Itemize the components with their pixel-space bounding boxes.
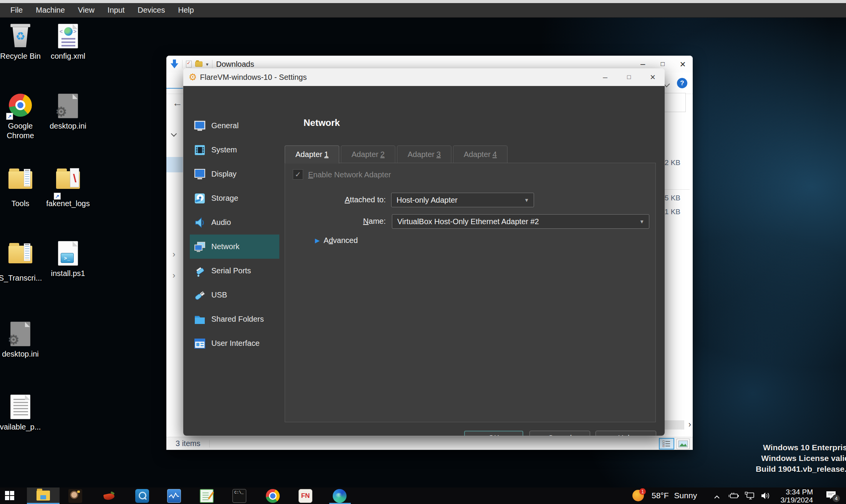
toolbar-accent-line xyxy=(166,88,183,89)
date: 3/19/2024 xyxy=(768,496,813,504)
details-view-button[interactable] xyxy=(659,438,674,449)
sidebar-item-usb[interactable]: USB xyxy=(190,283,279,307)
gear-icon: ⚙ xyxy=(8,332,19,347)
name-label: Name: xyxy=(309,217,386,226)
attached-to-label: Attached to: xyxy=(309,195,386,204)
tray-chevron-up-icon[interactable] xyxy=(714,494,720,501)
taskbar-command-prompt-app[interactable]: C:\_ xyxy=(232,489,246,503)
customize-toolbar-caret-icon[interactable]: ▾ xyxy=(206,61,209,67)
scroll-right-arrow-icon[interactable]: › xyxy=(688,420,691,430)
help-button[interactable]: Help xyxy=(596,431,656,436)
sidebar-item-audio[interactable]: Audio xyxy=(190,210,279,235)
dialog-titlebar[interactable]: ⚙ FlareVM-windows-10 - Settings – □ × xyxy=(183,68,665,86)
sidebar-item-display[interactable]: Display xyxy=(190,162,279,186)
angle-right-glyph: > xyxy=(73,28,76,35)
network-tray-icon[interactable] xyxy=(745,492,755,501)
gear-icon: ⚙ xyxy=(55,104,67,119)
nav-selected-item[interactable] xyxy=(166,157,183,172)
start-button[interactable] xyxy=(5,491,15,501)
desktop-icon-google-chrome[interactable]: ↗ Google Chrome xyxy=(0,94,45,140)
system-icon xyxy=(194,144,206,156)
chrome-icon: ↗ xyxy=(8,94,33,119)
globe-icon xyxy=(64,27,73,36)
tab-adapter-1[interactable]: Adapter1 xyxy=(285,145,339,164)
name-dropdown[interactable]: VirtualBox Host-Only Ethernet Adapter #2… xyxy=(392,214,649,229)
menu-help[interactable]: Help xyxy=(171,6,200,15)
new-folder-icon[interactable] xyxy=(195,61,202,67)
menu-devices[interactable]: Devices xyxy=(131,6,171,15)
weather-badge: 1 xyxy=(639,488,646,495)
help-icon[interactable]: ? xyxy=(677,78,687,88)
nav-chevron-down-icon[interactable] xyxy=(171,131,177,137)
desktop-icon-desktop-ini-1[interactable]: ⚙ desktop.ini xyxy=(43,94,93,131)
battery-icon[interactable] xyxy=(728,492,740,501)
ok-button[interactable]: OK xyxy=(464,431,523,436)
menu-view[interactable]: View xyxy=(71,6,101,15)
taskbar-fakenet-app[interactable]: FN xyxy=(299,489,312,503)
tab-adapter-4[interactable]: Adapter4 xyxy=(453,145,508,163)
angle-left-glyph: < xyxy=(60,28,63,35)
recycle-bin-icon: ♻ xyxy=(8,24,33,49)
cancel-button[interactable]: Cancel xyxy=(529,431,590,436)
close-button[interactable]: × xyxy=(641,72,665,83)
thumbnail-view-button[interactable] xyxy=(677,439,690,449)
tree-expand-chevron-icon[interactable]: › xyxy=(173,250,175,259)
folder-shortcut-icon: ↗ xyxy=(55,171,81,197)
desktop-icon-label: install.ps1 xyxy=(43,269,93,278)
close-button[interactable]: × xyxy=(673,56,693,73)
menu-machine[interactable]: Machine xyxy=(29,6,71,15)
taskbar-notepad-app[interactable] xyxy=(200,489,214,503)
file-size-value: 1 KB xyxy=(665,208,680,216)
clock[interactable]: 3:34 PM 3/19/2024 xyxy=(768,488,813,504)
taskbar-portrait-app[interactable] xyxy=(68,489,82,503)
desktop-icon-fakenet-logs[interactable]: ↗ fakenet_logs xyxy=(43,167,93,208)
taskbar-pepper-app[interactable] xyxy=(102,489,116,503)
sidebar-item-user-interface[interactable]: User Interface xyxy=(190,331,279,355)
minimize-button[interactable]: – xyxy=(593,73,617,82)
maximize-button[interactable]: □ xyxy=(617,74,641,81)
dropdown-caret-icon: ▼ xyxy=(524,197,529,203)
taskbar: C:\_ FN 1 58°F Sunny 3:34 PM 3/19/2024 xyxy=(0,487,846,504)
user-interface-icon xyxy=(194,337,206,350)
desktop-icon-available-packages[interactable]: vailable_p... xyxy=(0,395,45,432)
desktop-icon-label: desktop.ini xyxy=(43,121,93,131)
desktop-icon-recycle-bin[interactable]: ♻ Recycle Bin xyxy=(0,24,45,61)
sidebar-item-storage[interactable]: Storage xyxy=(190,186,279,210)
taskbar-search-tool-app[interactable] xyxy=(135,489,149,503)
sidebar-item-shared-folders[interactable]: Shared Folders xyxy=(190,307,279,331)
waveform-icon xyxy=(168,489,181,502)
desktop-icon-s-transcripts[interactable]: S_Transcri... xyxy=(0,241,45,283)
tab-adapter-2[interactable]: Adapter2 xyxy=(341,145,395,163)
explorer-statusbar: 3 items xyxy=(166,437,693,450)
desktop-icon-install-ps1[interactable]: >_ install.ps1 xyxy=(43,241,93,278)
properties-icon[interactable]: ✓ xyxy=(186,61,192,68)
sidebar-item-serial-ports[interactable]: Serial Ports xyxy=(190,259,279,283)
sidebar-item-general[interactable]: General xyxy=(190,114,279,138)
recycle-symbol-icon: ♻ xyxy=(8,30,33,43)
desktop-icon-tools[interactable]: Tools xyxy=(0,167,45,208)
attached-to-dropdown[interactable]: Host-only Adapter ▼ xyxy=(391,193,534,207)
pencil-icon xyxy=(208,492,214,499)
tab-adapter-3[interactable]: Adapter3 xyxy=(397,145,451,163)
xml-document-icon: < > xyxy=(55,24,81,49)
search-box-outline[interactable] xyxy=(664,93,686,112)
taskbar-chrome-app[interactable] xyxy=(266,489,280,503)
virtualbox-menubar: File Machine View Input Devices Help xyxy=(0,3,846,18)
general-icon xyxy=(194,120,206,132)
sidebar-item-system[interactable]: System xyxy=(190,138,279,162)
menu-file[interactable]: File xyxy=(4,6,29,15)
taskbar-process-monitor-app[interactable] xyxy=(167,489,181,503)
tree-expand-chevron-icon[interactable]: › xyxy=(173,271,175,281)
back-button-icon[interactable]: ← xyxy=(173,97,182,109)
desktop-icon-label: Recycle Bin xyxy=(0,51,45,61)
watermark-line: Build 19041.vb_release.191206-140 xyxy=(728,464,846,474)
taskbar-file-explorer[interactable] xyxy=(27,487,60,504)
menu-input[interactable]: Input xyxy=(101,6,131,15)
taskbar-edge-app[interactable] xyxy=(333,489,347,503)
weather-widget[interactable]: 58°F Sunny xyxy=(652,491,697,500)
sidebar-item-network[interactable]: Network xyxy=(190,235,279,259)
advanced-expander[interactable]: ▶ Advanced xyxy=(315,236,358,245)
desktop-icon-desktop-ini-2[interactable]: ⚙ desktop.ini xyxy=(0,322,45,359)
desktop-icon-config-xml[interactable]: < > config.xml xyxy=(43,24,93,61)
enable-network-adapter-checkbox[interactable]: ✓ xyxy=(293,169,303,180)
